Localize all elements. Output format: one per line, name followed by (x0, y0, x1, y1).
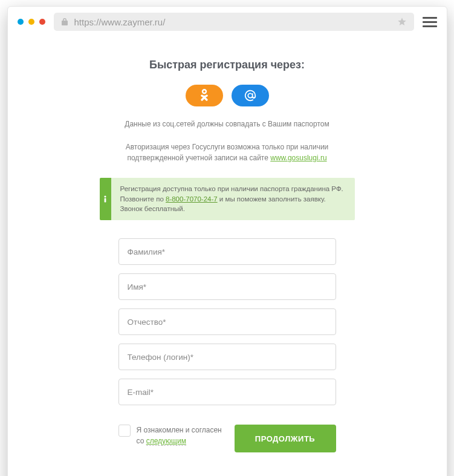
consent-link[interactable]: следующим (146, 437, 186, 446)
info-icon (101, 195, 109, 203)
window-controls (18, 19, 45, 25)
consent-block: Я ознакомлен и согласен со следующим (118, 425, 224, 446)
social-odnoklassniki-button[interactable] (186, 85, 223, 106)
phone-field[interactable] (118, 344, 336, 370)
browser-window: https://www.zaymer.ru/ Быстрая регистрац… (7, 6, 447, 476)
bookmark-star-icon[interactable] (397, 17, 407, 27)
consent-checkbox[interactable] (118, 425, 131, 437)
window-maximize-icon[interactable] (28, 19, 34, 25)
svg-point-0 (105, 195, 106, 197)
note-social-match: Данные из соц.сетей должны совпадать с В… (22, 120, 432, 128)
at-sign-icon (244, 89, 257, 102)
info-icon-wrap (100, 178, 112, 220)
window-minimize-icon[interactable] (18, 19, 24, 25)
lock-icon (61, 18, 68, 26)
consent-line2-prefix: со (137, 437, 146, 445)
firstname-field[interactable] (118, 273, 336, 300)
note-gosuslugi-line2-prefix: подтвержденной учетной записи на сайте (127, 154, 270, 162)
lastname-field[interactable] (118, 238, 336, 265)
gosuslugi-link[interactable]: www.gosuslugi.ru (270, 154, 326, 162)
submit-button[interactable]: ПРОДОЛЖИТЬ (235, 425, 336, 452)
address-bar[interactable]: https://www.zaymer.ru/ (54, 13, 414, 31)
info-banner: Регистрация доступна только при наличии … (100, 178, 355, 220)
note-gosuslugi-line1: Авторизация через Госуслуги возможна тол… (126, 143, 329, 151)
window-close-icon[interactable] (39, 19, 45, 25)
odnoklassniki-icon (200, 89, 209, 102)
page-content: Быстрая регистрация через: Данные из соц… (8, 37, 447, 476)
registration-form: Я ознакомлен и согласен со следующим ПРО… (118, 238, 336, 452)
patronymic-field[interactable] (118, 308, 336, 335)
note-gosuslugi: Авторизация через Госуслуги возможна тол… (22, 142, 432, 163)
social-mailru-button[interactable] (232, 85, 269, 106)
titlebar: https://www.zaymer.ru/ (8, 7, 447, 37)
info-text: Регистрация доступна только при наличии … (111, 178, 354, 220)
bottom-row: Я ознакомлен и согласен со следующим ПРО… (118, 425, 336, 452)
email-field[interactable] (118, 379, 336, 405)
consent-text: Я ознакомлен и согласен со следующим (137, 425, 222, 446)
page-title: Быстрая регистрация через: (22, 59, 432, 71)
svg-rect-1 (105, 198, 106, 203)
info-phone-link[interactable]: 8-800-7070-24-7 (166, 195, 218, 203)
url-text: https://www.zaymer.ru/ (74, 17, 166, 27)
social-login-row (22, 85, 432, 106)
consent-prefix: Я ознакомлен и согласен (137, 426, 222, 434)
hamburger-menu-icon[interactable] (423, 17, 437, 27)
